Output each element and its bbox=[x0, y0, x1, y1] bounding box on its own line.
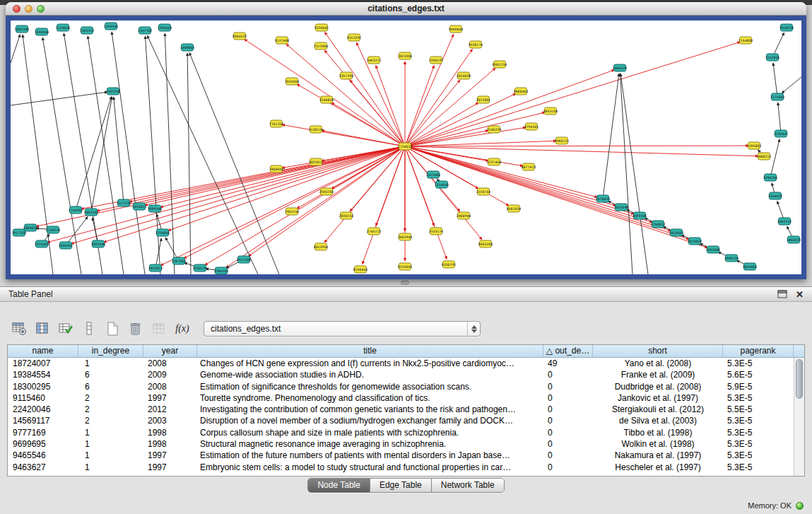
graph-node[interactable]: 2460944 bbox=[457, 212, 471, 219]
table-mode-button[interactable] bbox=[10, 320, 28, 338]
table-panel-header[interactable]: Table Panel ✕ bbox=[0, 287, 812, 302]
column-header-short[interactable]: short bbox=[593, 345, 723, 357]
graph-node[interactable]: 9137406 bbox=[275, 37, 290, 44]
graph-node[interactable]: 2693306 bbox=[632, 212, 647, 219]
graph-node[interactable]: 9853104 bbox=[543, 107, 558, 115]
graph-node[interactable]: 1664379 bbox=[613, 64, 628, 71]
graph-node[interactable]: 1744562 bbox=[69, 206, 83, 214]
close-window-button[interactable] bbox=[13, 5, 20, 13]
graph-node[interactable]: 9004522 bbox=[233, 33, 247, 40]
graph-node[interactable]: 1458803 bbox=[180, 44, 195, 51]
graph-node[interactable]: 2146229 bbox=[487, 126, 502, 133]
tab-network-table[interactable]: Network Table bbox=[432, 479, 504, 492]
graph-node[interactable]: 7513904 bbox=[314, 42, 329, 49]
graph-node[interactable]: 2750812 bbox=[651, 221, 666, 228]
graph-node[interactable]: 2933405 bbox=[706, 246, 721, 253]
table-row[interactable]: 946554611997Estimation of the future num… bbox=[8, 450, 804, 461]
table-row[interactable]: 1830029562008Estimation of significance … bbox=[8, 381, 804, 392]
graph-node[interactable]: 1002346 bbox=[15, 25, 30, 33]
function-builder-button[interactable]: f(x) bbox=[173, 320, 192, 338]
graph-node[interactable]: 2093340 bbox=[91, 240, 106, 247]
graph-node[interactable]: 8224043 bbox=[398, 263, 413, 270]
graph-node[interactable]: 2876023 bbox=[688, 238, 702, 245]
table-row[interactable]: 946362711997Embryonic stem cells: a mode… bbox=[8, 462, 804, 473]
graph-node[interactable]: 2745712 bbox=[367, 228, 382, 235]
table-row[interactable]: 969969511998Structural magnetic resonanc… bbox=[8, 438, 804, 450]
graph-node[interactable]: 8901234 bbox=[493, 61, 507, 68]
import-table-button[interactable] bbox=[150, 320, 168, 338]
graph-node[interactable]: 1815904 bbox=[398, 52, 413, 59]
graph-node[interactable]: 3175603 bbox=[770, 93, 785, 100]
graph-node[interactable]: 3230447 bbox=[774, 130, 789, 137]
graph-node[interactable]: 8455200 bbox=[478, 240, 493, 247]
graph-node[interactable]: 1503392 bbox=[106, 88, 121, 95]
column-header-in_degree[interactable]: in_degree bbox=[78, 345, 143, 357]
graph-node[interactable]: 2990124 bbox=[724, 255, 739, 262]
graph-node[interactable]: 3246824 bbox=[319, 96, 334, 103]
graph-node[interactable]: 8866403 bbox=[514, 88, 529, 95]
graph-node[interactable]: 1595803 bbox=[747, 142, 762, 149]
minimize-window-button[interactable] bbox=[25, 5, 33, 13]
graph-node[interactable]: 2267003 bbox=[172, 257, 187, 264]
graph-node[interactable]: 1337702 bbox=[138, 27, 153, 34]
tab-node-table[interactable]: Node Table bbox=[308, 479, 370, 492]
graph-node[interactable]: 1513484 bbox=[426, 171, 441, 178]
column-header-year[interactable]: year bbox=[143, 345, 197, 357]
table-row[interactable]: 977716911998Corpus callosum shape and si… bbox=[8, 427, 804, 438]
column-header-name[interactable]: name bbox=[8, 345, 78, 357]
graph-node[interactable]: 2511306 bbox=[237, 256, 252, 263]
graph-node[interactable]: 2075801 bbox=[476, 96, 491, 103]
graph-node[interactable]: 3112056 bbox=[765, 54, 780, 61]
close-panel-icon[interactable]: ✕ bbox=[796, 290, 804, 299]
graph-node[interactable]: 8150443 bbox=[353, 266, 368, 273]
graph-node[interactable]: 2318703 bbox=[476, 188, 491, 195]
graph-node[interactable]: 9966121 bbox=[555, 137, 570, 144]
graph-node[interactable]: 9528776 bbox=[469, 41, 483, 48]
graph-node[interactable]: 8013954 bbox=[314, 243, 329, 250]
graph-node[interactable]: 2830154 bbox=[339, 212, 354, 219]
graph-node[interactable]: 8561034 bbox=[507, 205, 522, 212]
graph-node[interactable]: 1976403 bbox=[35, 240, 49, 247]
graph-node[interactable]: 2453012 bbox=[148, 264, 163, 271]
graph-node[interactable]: 1802345 bbox=[84, 209, 99, 216]
graph-node[interactable]: 1514545 bbox=[435, 181, 449, 188]
window-titlebar[interactable]: citations_edges.txt bbox=[6, 2, 806, 16]
graph-node[interactable]: 1259345 bbox=[104, 23, 119, 30]
graph-node[interactable]: 3290356 bbox=[763, 174, 778, 181]
graph-node[interactable]: 2237404 bbox=[487, 158, 502, 165]
graph-node[interactable]: 3344032 bbox=[768, 192, 783, 199]
graph-node[interactable]: 1608212 bbox=[757, 153, 772, 160]
graph-node[interactable]: 3054063 bbox=[743, 263, 758, 270]
graph-node[interactable]: 1124056 bbox=[56, 24, 71, 31]
column-header-pagerank[interactable]: pagerank bbox=[723, 345, 794, 357]
table-scrollbar[interactable] bbox=[794, 358, 804, 476]
graph-node[interactable]: 2570034 bbox=[596, 195, 611, 202]
select-all-button[interactable] bbox=[57, 320, 75, 338]
graph-node[interactable]: 1154808 bbox=[739, 37, 753, 44]
zoom-window-button[interactable] bbox=[37, 5, 45, 13]
graph-node[interactable]: 3025017 bbox=[309, 158, 324, 165]
table-row[interactable]: 911546021997Tourette syndrome. Phenomeno… bbox=[8, 392, 804, 404]
graph-node[interactable]: 1633013 bbox=[132, 203, 147, 210]
graph-node[interactable]: 2394203 bbox=[214, 267, 229, 274]
graph-node[interactable]: 2024028 bbox=[457, 72, 471, 79]
graph-node[interactable]: 1699340 bbox=[148, 205, 163, 212]
scrollbar-thumb[interactable] bbox=[796, 359, 803, 399]
float-panel-icon[interactable] bbox=[777, 288, 787, 301]
column-header-out_de[interactable]: △ out_de… bbox=[543, 345, 593, 357]
graph-node[interactable]: 3357394 bbox=[339, 72, 354, 79]
graph-node[interactable]: 3463217 bbox=[367, 57, 382, 64]
graph-node[interactable]: 8330791 bbox=[442, 261, 457, 268]
graph-node[interactable]: 1577230 bbox=[117, 199, 131, 206]
graph-node[interactable]: 9226041 bbox=[314, 24, 329, 31]
graph-node[interactable]: 2633390 bbox=[614, 204, 629, 211]
graph-node[interactable]: 9313291 bbox=[347, 34, 362, 41]
graph-node[interactable]: 1917320 bbox=[12, 229, 27, 236]
graph-node[interactable]: 8794301 bbox=[524, 123, 539, 130]
delete-column-button[interactable] bbox=[126, 320, 145, 338]
graph-node[interactable]: 2663944 bbox=[398, 233, 413, 240]
graph-node[interactable]: 1203312 bbox=[80, 27, 95, 34]
graph-node[interactable]: 9440604 bbox=[449, 25, 464, 33]
table-chooser-select[interactable]: citations_edges.txt bbox=[204, 321, 481, 337]
new-column-button[interactable] bbox=[103, 320, 122, 338]
